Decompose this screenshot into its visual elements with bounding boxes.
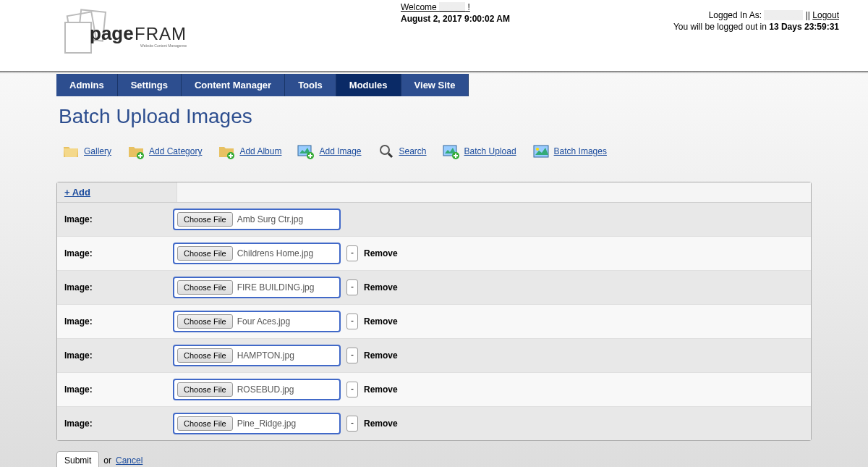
svg-text:page: page xyxy=(90,22,134,44)
nav-view-site[interactable]: View Site xyxy=(401,74,469,96)
action-toolbar: Gallery Add Category Add Album Add Image… xyxy=(56,143,812,182)
nav-content-manager[interactable]: Content Manager xyxy=(182,74,285,96)
datetime-text: August 2, 2017 9:00:02 AM xyxy=(401,12,510,24)
cancel-link[interactable]: Cancel xyxy=(116,455,142,466)
row-label: Image: xyxy=(57,410,169,437)
nav-admins[interactable]: Admins xyxy=(56,74,118,96)
choose-file-button[interactable]: Choose File xyxy=(177,348,233,363)
upload-row: Image:Choose FileChildrens Home.jpg-Remo… xyxy=(57,236,811,270)
svg-rect-2 xyxy=(65,22,91,53)
add-image-action[interactable]: Add Image xyxy=(297,143,361,160)
search-action[interactable]: Search xyxy=(378,143,427,160)
image-icon xyxy=(532,143,550,160)
remove-label: Remove xyxy=(364,282,398,293)
remove-label: Remove xyxy=(364,350,398,361)
upload-row: Image:Choose FileROSEBUD.jpg-Remove xyxy=(57,372,811,406)
row-label: Image: xyxy=(57,376,169,403)
add-category-action[interactable]: Add Category xyxy=(127,143,202,160)
file-input[interactable]: Choose FilePine_Ridge.jpg xyxy=(173,413,341,434)
upload-row: Image:Choose FileAmb Surg Ctr.jpg xyxy=(57,203,811,236)
folder-plus-icon xyxy=(218,143,235,160)
file-name: HAMPTON.jpg xyxy=(233,350,294,361)
add-row-link[interactable]: + Add xyxy=(64,187,90,198)
choose-file-button[interactable]: Choose File xyxy=(177,416,233,431)
file-input[interactable]: Choose FileFIRE BUILDING.jpg xyxy=(173,277,341,298)
upload-panel: + Add Image:Choose FileAmb Surg Ctr.jpgI… xyxy=(56,182,812,441)
remove-button[interactable]: - xyxy=(346,314,358,329)
file-name: Four Aces.jpg xyxy=(233,316,290,327)
file-input[interactable]: Choose FileHAMPTON.jpg xyxy=(173,345,341,366)
remove-button[interactable]: - xyxy=(346,279,358,295)
remove-button[interactable]: - xyxy=(346,245,358,261)
file-input[interactable]: Choose FileROSEBUD.jpg xyxy=(173,379,341,400)
batch-images-action[interactable]: Batch Images xyxy=(532,143,607,160)
choose-file-button[interactable]: Choose File xyxy=(177,280,233,295)
row-label: Image: xyxy=(57,342,169,369)
welcome-text: Welcome xxxxxx ! xyxy=(401,2,510,12)
main-nav: AdminsSettingsContent ManagerToolsModule… xyxy=(56,74,812,96)
row-label: Image: xyxy=(57,274,169,301)
file-input[interactable]: Choose FileFour Aces.jpg xyxy=(173,311,341,332)
remove-label: Remove xyxy=(364,248,398,258)
add-album-action[interactable]: Add Album xyxy=(218,143,281,160)
upload-row: Image:Choose FilePine_Ridge.jpg-Remove xyxy=(57,406,811,440)
remove-button[interactable]: - xyxy=(346,416,358,432)
logo: page FRAMER Website Content Management xyxy=(56,0,237,64)
file-input[interactable]: Choose FileChildrens Home.jpg xyxy=(173,243,341,264)
upload-row: Image:Choose FileFIRE BUILDING.jpg-Remov… xyxy=(57,270,811,304)
upload-row: Image:Choose FileFour Aces.jpg-Remove xyxy=(57,304,811,338)
image-plus-icon xyxy=(443,143,460,160)
row-label: Image: xyxy=(57,308,169,335)
file-name: ROSEBUD.jpg xyxy=(233,384,294,395)
remove-label: Remove xyxy=(364,418,398,429)
folder-icon xyxy=(62,143,80,160)
folder-plus-icon xyxy=(127,143,145,160)
image-plus-icon xyxy=(297,143,315,160)
remove-button[interactable]: - xyxy=(346,348,358,363)
file-name: Pine_Ridge.jpg xyxy=(233,418,296,429)
nav-modules[interactable]: Modules xyxy=(336,74,401,96)
search-icon xyxy=(378,143,395,160)
remove-label: Remove xyxy=(364,384,398,395)
batch-upload-action[interactable]: Batch Upload xyxy=(443,143,516,160)
file-input[interactable]: Choose FileAmb Surg Ctr.jpg xyxy=(173,209,341,230)
logout-link[interactable]: Logout xyxy=(812,10,839,20)
login-status: Logged In As: xxxxxxxxx || Logout xyxy=(673,10,839,20)
file-name: Amb Surg Ctr.jpg xyxy=(233,214,303,224)
logout-countdown: You will be logged out in 13 Days 23:59:… xyxy=(673,20,839,32)
row-label: Image: xyxy=(57,206,169,233)
svg-point-10 xyxy=(380,146,389,154)
choose-file-button[interactable]: Choose File xyxy=(177,314,233,329)
remove-button[interactable]: - xyxy=(346,382,358,397)
nav-tools[interactable]: Tools xyxy=(285,74,336,96)
or-text: or xyxy=(103,455,111,466)
row-label: Image: xyxy=(57,240,169,267)
nav-settings[interactable]: Settings xyxy=(118,74,182,96)
choose-file-button[interactable]: Choose File xyxy=(177,212,233,227)
upload-row: Image:Choose FileHAMPTON.jpg-Remove xyxy=(57,338,811,372)
svg-text:FRAMER: FRAMER xyxy=(135,24,187,43)
choose-file-button[interactable]: Choose File xyxy=(177,382,233,397)
svg-point-14 xyxy=(536,148,539,151)
remove-label: Remove xyxy=(364,316,398,327)
svg-text:Website Content Management: Website Content Management xyxy=(140,43,187,48)
file-name: Childrens Home.jpg xyxy=(233,248,313,258)
file-name: FIRE BUILDING.jpg xyxy=(233,282,315,293)
gallery-action[interactable]: Gallery xyxy=(62,143,111,160)
submit-button[interactable]: Submit xyxy=(56,451,99,467)
choose-file-button[interactable]: Choose File xyxy=(177,246,233,261)
page-title: Batch Upload Images xyxy=(56,96,812,143)
